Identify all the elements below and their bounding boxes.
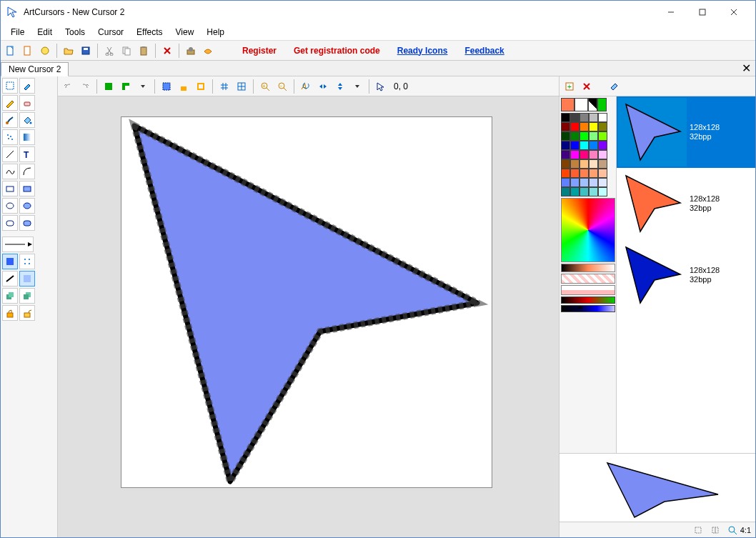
color-swatch[interactable] [589,187,598,196]
color-swatch[interactable] [570,131,580,141]
color-swatch[interactable] [598,122,607,131]
line-width-selector[interactable] [2,236,34,252]
undo-button[interactable] [61,79,75,94]
save-button[interactable] [79,44,93,58]
dropdown-arrow-icon-2[interactable] [350,79,364,94]
help-button[interactable] [201,44,215,58]
color-swatch[interactable] [570,169,580,178]
menu-help[interactable]: Help [201,26,230,39]
color-swatch[interactable] [589,159,598,169]
menu-cursor[interactable]: Cursor [92,26,129,39]
text-tool[interactable]: T [19,146,35,162]
crop-button[interactable] [194,79,208,94]
layer-back-button[interactable] [19,288,35,304]
color-swatch[interactable] [561,178,570,187]
flip-h-button[interactable] [316,79,330,94]
new-cursor-button[interactable] [4,44,18,58]
open-button[interactable] [61,44,76,58]
maximize-button[interactable] [687,1,718,23]
grid-half-button[interactable] [234,79,249,94]
color-swatch[interactable] [589,178,598,187]
feedback-link[interactable]: Feedback [457,46,511,56]
color-swatch[interactable] [598,187,607,196]
pattern-row-1[interactable] [561,274,615,284]
lock-selection-button[interactable] [176,79,191,94]
color-swatch[interactable] [598,150,607,159]
color-swatch[interactable] [570,122,580,131]
minimize-button[interactable] [655,1,687,23]
color-swatch[interactable] [589,113,598,122]
flip-v-button[interactable] [333,79,347,94]
color-swatch[interactable] [570,141,580,150]
zoom-in-button[interactable]: + [258,79,272,94]
color-swatch[interactable] [580,122,589,131]
redo-button[interactable] [78,79,92,94]
grid-icon[interactable] [710,525,720,535]
background-color-mode[interactable] [19,254,35,269]
lock-button[interactable] [2,305,18,321]
color-swatch[interactable] [598,159,607,169]
delete-format-button[interactable] [580,79,594,94]
rounded-rect-tool[interactable] [2,215,18,231]
hue-slider[interactable] [561,264,615,272]
color-picker-gradient[interactable] [561,198,615,262]
pen-style-1[interactable] [2,271,18,287]
test-cursor-button[interactable] [38,44,52,58]
color-swatch[interactable] [561,159,570,169]
color-swatch[interactable] [589,131,598,141]
canvas[interactable] [121,116,492,488]
color-swatch[interactable] [561,169,570,178]
color-swatch[interactable] [570,178,580,187]
gradient-fill-tool[interactable] [19,129,35,145]
color-swatch[interactable] [561,150,570,159]
color-swatch[interactable] [561,141,570,150]
transparent-swatch[interactable] [588,98,597,111]
pencil-tool[interactable] [2,95,18,111]
fill-tool[interactable] [19,112,35,128]
opaque-mode-button[interactable] [101,79,116,94]
color-swatch[interactable] [598,113,607,122]
curve-tool[interactable] [2,164,18,179]
foreground-swatch[interactable] [561,98,575,111]
foreground-color-mode[interactable] [2,254,18,269]
color-swatch[interactable] [561,122,570,131]
menu-effects[interactable]: Effects [131,26,168,39]
menu-edit[interactable]: Edit [31,26,58,39]
spray-tool[interactable] [2,129,18,145]
rectangle-tool[interactable] [2,181,18,196]
register-link[interactable]: Register [235,46,284,56]
getcode-link[interactable]: Get registration code [287,46,387,56]
color-swatch[interactable] [598,131,607,141]
color-swatch[interactable] [580,187,589,196]
color-swatch[interactable] [570,187,580,196]
color-swatch[interactable] [589,141,598,150]
snap-icon[interactable] [693,525,703,535]
tab-close-button[interactable]: ✕ [737,61,755,75]
color-swatch[interactable] [561,187,570,196]
color-swatch[interactable] [598,178,607,187]
eyedropper-tool[interactable] [19,78,35,94]
copy-button[interactable] [119,44,134,58]
canvas-area[interactable] [58,96,559,537]
gradient-slider-2[interactable] [561,305,615,312]
color-swatch[interactable] [580,141,589,150]
erase-format-button[interactable] [607,79,621,94]
preview-item[interactable]: 128x12832bpp [617,239,755,311]
select-rect-tool[interactable] [2,78,18,94]
color-swatch[interactable] [580,178,589,187]
delete-button[interactable] [160,44,174,58]
cut-button[interactable] [102,44,116,58]
arc-tool[interactable] [19,164,35,179]
line-tool[interactable] [2,146,18,162]
new-library-button[interactable] [21,44,35,58]
color-swatch[interactable] [580,169,589,178]
ellipse-tool[interactable] [2,198,18,214]
color-swatch[interactable] [580,131,589,141]
close-button[interactable] [718,1,750,23]
color-swatch[interactable] [570,113,580,122]
select-all-button[interactable] [159,79,174,94]
color-swatch[interactable] [598,141,607,150]
color-swatch[interactable] [561,131,570,141]
color-swatch[interactable] [570,159,580,169]
pattern-row-2[interactable] [561,285,615,295]
